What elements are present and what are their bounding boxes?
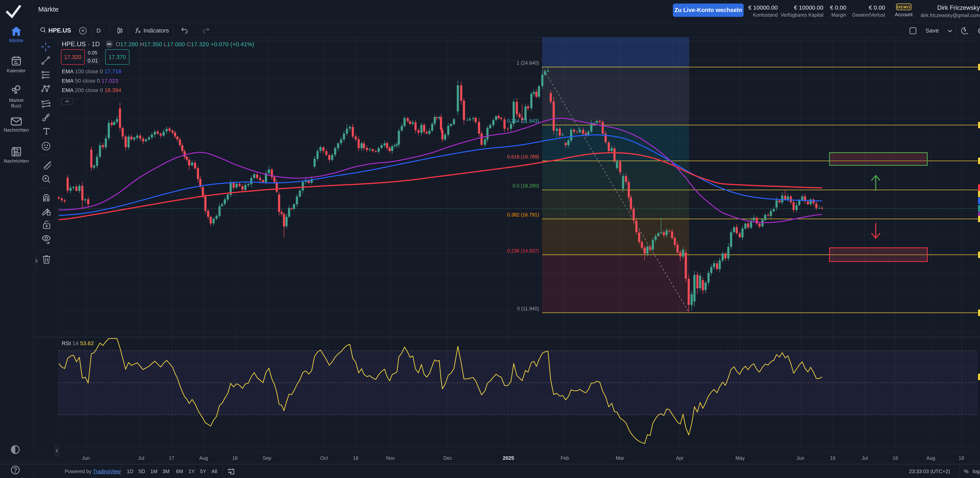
svg-text:0.05: 0.05 <box>88 50 97 56</box>
svg-text:17.320: 17.320 <box>64 54 81 60</box>
svg-text:HPE.US · 1D: HPE.US · 1D <box>62 40 100 48</box>
svg-text:Aug: Aug <box>199 455 208 461</box>
svg-text:Dec: Dec <box>443 455 452 461</box>
svg-text:2025: 2025 <box>503 455 514 461</box>
svg-text:16: 16 <box>353 455 358 461</box>
svg-text:17.370: 17.370 <box>108 54 126 60</box>
svg-text:Aug: Aug <box>926 455 935 461</box>
svg-text:16: 16 <box>892 455 898 461</box>
svg-text:Nov: Nov <box>386 455 395 461</box>
svg-text:Jul: Jul <box>138 455 144 461</box>
svg-text:1 (24.640): 1 (24.640) <box>517 60 539 66</box>
svg-text:0.5 (18.290): 0.5 (18.290) <box>512 183 539 189</box>
svg-text:May: May <box>735 455 745 461</box>
svg-text:Jul: Jul <box>862 455 868 461</box>
svg-text:O17.280 H17.350 L17.000 C17.32: O17.280 H17.350 L17.000 C17.320 +0.070 (… <box>116 41 254 48</box>
svg-text:EMA 50 close 0 17.023: EMA 50 close 0 17.023 <box>62 78 118 84</box>
svg-text:EMA 100 close 0 17.718: EMA 100 close 0 17.718 <box>62 68 121 75</box>
svg-text:0.01: 0.01 <box>88 58 98 64</box>
svg-text:Jun: Jun <box>82 455 90 461</box>
svg-text:18: 18 <box>959 455 964 461</box>
svg-text:0.382 (16.791): 0.382 (16.791) <box>507 212 539 218</box>
svg-text:0 (11.940): 0 (11.940) <box>517 306 539 311</box>
svg-text:RSI 14 53.62: RSI 14 53.62 <box>62 340 94 346</box>
svg-text:Apr: Apr <box>676 455 684 461</box>
svg-text:EMA 200 close 0 18.394: EMA 200 close 0 18.394 <box>62 87 121 93</box>
svg-text:16: 16 <box>830 455 835 461</box>
svg-text:0.764 (21.643): 0.764 (21.643) <box>507 118 539 124</box>
svg-text:Sep: Sep <box>262 455 271 461</box>
svg-text:Feb: Feb <box>560 455 569 461</box>
svg-text:17: 17 <box>169 455 174 461</box>
svg-text:0.236 (14.937): 0.236 (14.937) <box>507 248 539 254</box>
svg-text:Jun: Jun <box>797 455 804 461</box>
svg-text:16: 16 <box>232 455 238 461</box>
svg-text:Mar: Mar <box>616 455 624 461</box>
svg-text:Oct: Oct <box>320 455 328 461</box>
svg-text:0.618 (19.789): 0.618 (19.789) <box>507 154 539 159</box>
